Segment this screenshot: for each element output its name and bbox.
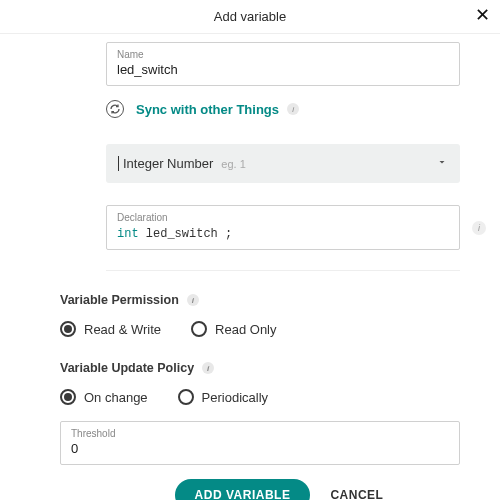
update-policy-title-row: Variable Update Policy i	[60, 361, 460, 375]
declaration-label: Declaration	[117, 212, 449, 223]
declaration-group: Declaration int led_switch ; i	[106, 205, 460, 250]
radio-on-change[interactable]: On change	[60, 389, 148, 405]
type-select-group: Integer Number eg. 1	[106, 144, 460, 183]
update-policy-radio-row: On change Periodically	[60, 389, 460, 405]
radio-read-only[interactable]: Read Only	[191, 321, 276, 337]
name-field-group: Name	[106, 42, 460, 86]
name-label: Name	[117, 49, 449, 60]
declaration-code: int led_switch ;	[117, 227, 232, 241]
close-icon[interactable]: ✕	[475, 6, 490, 24]
radio-icon	[60, 389, 76, 405]
type-select-label: Integer Number	[118, 156, 213, 171]
threshold-label: Threshold	[71, 428, 449, 439]
add-variable-button[interactable]: ADD VARIABLE	[175, 479, 311, 500]
modal-title: Add variable	[214, 9, 286, 24]
chevron-down-icon	[436, 156, 448, 171]
type-select-hint: eg. 1	[221, 158, 245, 170]
info-icon[interactable]: i	[287, 103, 299, 115]
sync-icon[interactable]	[106, 100, 124, 118]
name-input[interactable]	[117, 62, 449, 77]
modal-header: Add variable ✕	[0, 0, 500, 34]
radio-read-write[interactable]: Read & Write	[60, 321, 161, 337]
radio-icon	[60, 321, 76, 337]
type-select[interactable]: Integer Number eg. 1	[106, 144, 460, 183]
info-icon[interactable]: i	[187, 294, 199, 306]
name-field-box[interactable]: Name	[106, 42, 460, 86]
cancel-button[interactable]: CANCEL	[322, 479, 391, 500]
radio-periodically[interactable]: Periodically	[178, 389, 268, 405]
permission-title: Variable Permission	[60, 293, 179, 307]
threshold-box[interactable]: Threshold	[60, 421, 460, 465]
scroll-area[interactable]: Name Sync with other Things i Integer Nu…	[0, 34, 500, 500]
threshold-input[interactable]	[71, 441, 449, 456]
radio-label: Read & Write	[84, 322, 161, 337]
divider	[106, 270, 460, 271]
info-icon[interactable]: i	[472, 221, 486, 235]
form-content: Name Sync with other Things i Integer Nu…	[0, 34, 500, 500]
info-icon[interactable]: i	[202, 362, 214, 374]
sync-row: Sync with other Things i	[106, 100, 460, 118]
threshold-group: Threshold	[60, 421, 460, 465]
sync-link[interactable]: Sync with other Things	[136, 102, 279, 117]
radio-icon	[178, 389, 194, 405]
radio-label: Periodically	[202, 390, 268, 405]
declaration-box: Declaration int led_switch ;	[106, 205, 460, 250]
update-policy-title: Variable Update Policy	[60, 361, 194, 375]
radio-icon	[191, 321, 207, 337]
permission-title-row: Variable Permission i	[60, 293, 460, 307]
declaration-identifier: led_switch ;	[146, 227, 232, 241]
permission-radio-row: Read & Write Read Only	[60, 321, 460, 337]
declaration-keyword: int	[117, 227, 139, 241]
button-row: ADD VARIABLE CANCEL	[60, 479, 460, 500]
radio-label: Read Only	[215, 322, 276, 337]
radio-label: On change	[84, 390, 148, 405]
